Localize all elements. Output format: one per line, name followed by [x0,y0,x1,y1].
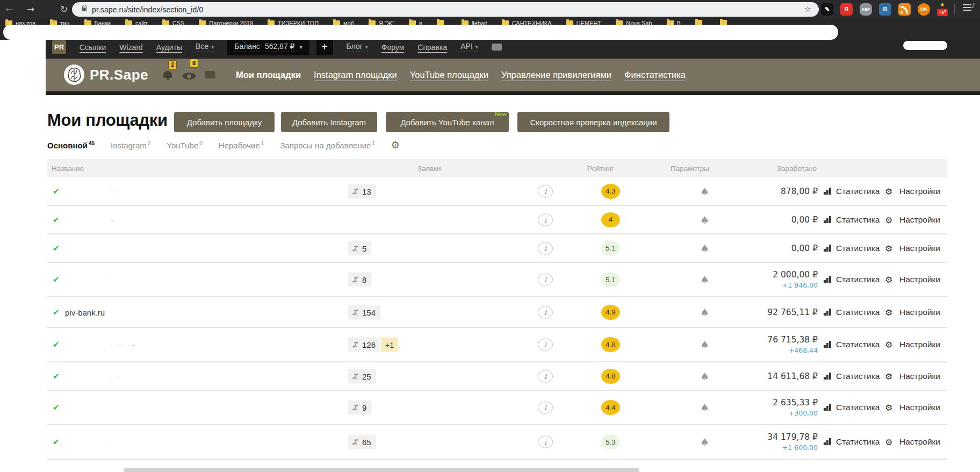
header-nav-my-sites[interactable]: Мои площадки [236,70,301,80]
settings-link[interactable]: Настройки [899,187,940,196]
info-icon[interactable]: i [538,274,553,286]
address-bar[interactable]: pr.sape.ru/site/index/section_id/0 ☆ [72,2,819,17]
statistics-link[interactable]: Статистика [836,403,880,412]
settings-link[interactable]: Настройки [899,307,940,317]
spade-icon[interactable]: ♠ [700,214,709,226]
spade-icon[interactable]: ♠ [700,436,709,448]
settings-gear-icon[interactable]: ⚙ [885,214,892,225]
settings-gear-icon[interactable]: ⚙ [885,275,892,285]
info-icon[interactable]: i [538,306,553,318]
settings-gear-icon[interactable]: ⚙ [885,340,892,350]
nav-help[interactable]: Справка [417,43,447,52]
info-icon[interactable]: i [538,213,553,226]
chat-icon[interactable] [492,44,502,51]
spade-icon[interactable]: ♠ [700,339,709,351]
site-name-link[interactable]: piv-bank.ru [65,307,105,317]
bar-chart-icon[interactable] [824,276,832,283]
notifications-badge[interactable]: 2 [168,60,177,69]
nav-all-menu[interactable]: Все [196,42,214,52]
messages-icon[interactable] [205,71,215,78]
settings-link[interactable]: Настройки [899,403,940,412]
pr-logo[interactable]: PR [52,40,66,54]
settings-link[interactable]: Настройки [899,371,940,381]
spade-icon[interactable]: ♠ [700,306,709,318]
add-site-button[interactable]: Добавить площадку [174,112,275,132]
header-nav-finstats[interactable]: Финстатистика [624,70,686,80]
bar-chart-icon[interactable] [824,188,832,195]
header-nav-instagram[interactable]: Instagram площадки [314,70,397,80]
balance-widget[interactable]: Баланс 562,87 ₽ ▾ [227,39,309,55]
tab-youtube[interactable]: YouTube0 [167,140,203,150]
bar-chart-icon[interactable] [824,438,832,446]
info-icon[interactable]: i [538,339,553,351]
info-icon[interactable]: i [538,436,553,448]
spade-icon[interactable]: ♠ [700,370,709,382]
settings-link[interactable]: Настройки [899,275,940,284]
statistics-link[interactable]: Статистика [836,340,880,349]
reload-icon[interactable]: ↻ [56,1,72,17]
nav-api[interactable]: API [460,42,478,52]
nav-wizard[interactable]: Wizard [119,43,143,52]
spade-icon[interactable]: ♠ [700,274,709,285]
table-settings-gear-icon[interactable]: ⚙ [391,140,400,150]
bar-chart-icon[interactable] [824,309,832,316]
requests-badge[interactable]: 5 [348,241,371,255]
info-icon[interactable]: i [538,402,553,414]
requests-badge[interactable]: 126 +1 [348,338,398,352]
settings-link[interactable]: Настройки [899,437,940,447]
forward-icon[interactable]: → [23,1,39,17]
info-icon[interactable]: i [538,242,553,254]
settings-link[interactable]: Настройки [899,340,940,349]
requests-badge[interactable]: 13 [348,184,376,198]
requests-badge[interactable]: 65 [348,435,376,449]
requests-badge[interactable]: 9 [348,401,371,415]
yandex-extension-icon[interactable]: Я [840,3,853,16]
statistics-link[interactable]: Статистика [836,187,880,196]
requests-badge[interactable]: 154 [348,305,380,319]
settings-gear-icon[interactable]: ⚙ [885,437,892,447]
lock-icon[interactable] [82,8,87,11]
bookmark-star-icon[interactable]: ☆ [804,4,811,14]
plus-one-extension-icon[interactable]: ★+1⁰ [937,3,949,16]
settings-gear-icon[interactable]: ⚙ [885,403,892,413]
spade-icon[interactable]: ♠ [700,402,709,413]
requests-badge[interactable]: 25 [348,369,376,383]
header-nav-youtube[interactable]: YouTube площадки [410,70,488,80]
add-funds-button[interactable]: + [316,39,333,55]
spade-icon[interactable]: ♠ [700,185,709,197]
tab-main[interactable]: Основной45 [47,140,95,150]
tab-instagram[interactable]: Instagram2 [111,140,150,150]
rss-extension-icon[interactable] [898,3,911,16]
playlist-menu-icon[interactable] [963,4,971,5]
spade-icon[interactable]: ♠ [700,242,709,254]
url-text[interactable]: pr.sape.ru/site/index/section_id/0 [92,5,203,14]
bar-chart-icon[interactable] [824,341,832,348]
tab-inactive[interactable]: Нерабочие1 [219,140,264,150]
statistics-link[interactable]: Статистика [836,371,880,381]
settings-link[interactable]: Настройки [899,215,940,225]
bar-chart-icon[interactable] [824,245,832,252]
statistics-link[interactable]: Статистика [836,275,880,284]
settings-gear-icon[interactable]: ⚙ [885,371,892,381]
bar-chart-icon[interactable] [824,216,832,224]
back-icon[interactable]: ← [1,1,17,17]
nav-blog[interactable]: Блог [347,42,368,52]
info-icon[interactable]: i [538,370,553,382]
nav-forum[interactable]: Форум [381,43,405,52]
eye-icon[interactable] [183,73,196,80]
bar-chart-icon[interactable] [824,373,832,380]
statistics-link[interactable]: Статистика [836,215,880,225]
site-brand[interactable]: PR.Sape [90,67,148,83]
adblock-plus-icon[interactable]: ABP [860,3,872,16]
add-instagram-button[interactable]: Добавить Instagram [281,112,377,132]
bell-icon[interactable] [163,71,172,78]
vk-extension-icon[interactable]: B [879,3,891,16]
views-badge[interactable]: 8 [190,59,198,68]
speed-index-check-button[interactable]: Скоростная проверка индексации [517,112,669,132]
nav-audits[interactable]: Аудиты [156,43,182,52]
brain-logo-icon[interactable] [64,65,84,85]
info-icon[interactable]: i [538,185,553,197]
ok-extension-icon[interactable]: OK [918,3,930,16]
requests-badge[interactable]: 8 [348,273,371,287]
add-youtube-button[interactable]: Добавить YouTube каналNew [386,112,509,132]
